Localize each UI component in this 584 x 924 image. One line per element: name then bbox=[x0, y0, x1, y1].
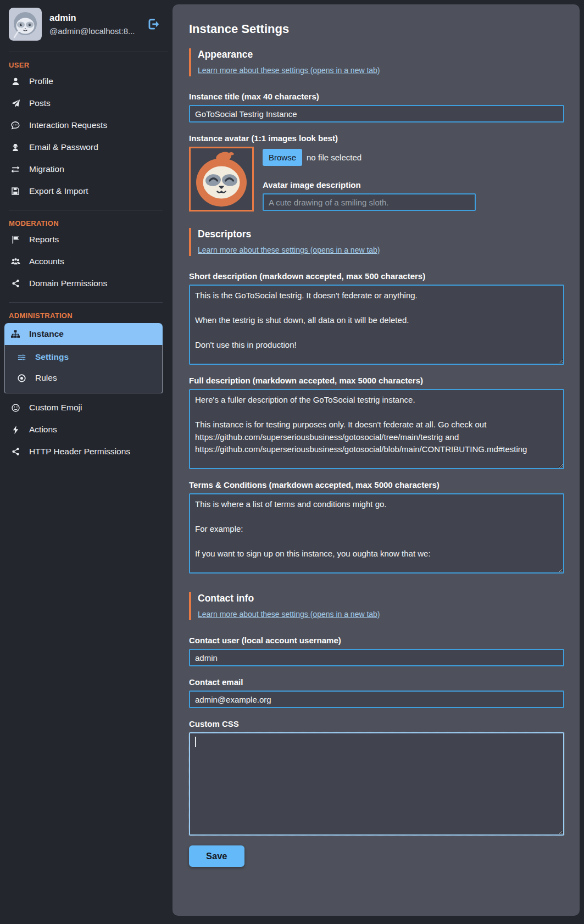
sidebar-item-label: Accounts bbox=[29, 257, 64, 266]
sidebar-item-label: Interaction Requests bbox=[29, 120, 107, 130]
sidebar-item-label: HTTP Header Permissions bbox=[29, 447, 130, 457]
user-secret-icon bbox=[10, 143, 21, 152]
divider bbox=[9, 210, 163, 210]
save-button[interactable]: Save bbox=[189, 845, 244, 867]
terms-field: Terms & Conditions (markdown accepted, m… bbox=[189, 480, 564, 574]
full-description-label: Full description (markdown accepted, max… bbox=[189, 376, 564, 385]
sidebar-subitem-settings[interactable]: Settings bbox=[12, 347, 162, 368]
comment-dots-icon bbox=[10, 120, 21, 130]
sliders-icon bbox=[16, 353, 27, 361]
sidebar-item-http-header-permissions[interactable]: HTTP Header Permissions bbox=[9, 441, 168, 463]
contact-user-label: Contact user (local account username) bbox=[189, 636, 564, 645]
instance-avatar-field: Instance avatar (1:1 images look best) B… bbox=[189, 133, 564, 211]
page-title: Instance Settings bbox=[189, 22, 564, 36]
avatar-description-input[interactable] bbox=[263, 193, 476, 211]
user-meta: admin @admin@localhost:8... bbox=[49, 13, 135, 36]
contact-email-field: Contact email bbox=[189, 677, 564, 708]
sidebar-section-administration: ADMINISTRATION bbox=[9, 311, 168, 320]
terms-label: Terms & Conditions (markdown accepted, m… bbox=[189, 480, 564, 489]
custom-css-textarea[interactable] bbox=[189, 732, 564, 836]
divider bbox=[9, 302, 163, 303]
sidebar-item-interaction-requests[interactable]: Interaction Requests bbox=[9, 114, 168, 136]
contact-email-label: Contact email bbox=[189, 677, 564, 687]
sidebar-section-user: USER bbox=[9, 61, 168, 69]
avatar-description-label: Avatar image description bbox=[263, 180, 564, 190]
instance-title-label: Instance title (max 40 characters) bbox=[189, 92, 564, 101]
sidebar-item-label: Instance bbox=[29, 329, 64, 339]
paper-plane-icon bbox=[10, 99, 21, 108]
circle-dot-icon bbox=[16, 374, 27, 383]
custom-css-label: Custom CSS bbox=[189, 719, 564, 728]
sidebar: admin @admin@localhost:8... USER Profile… bbox=[0, 0, 168, 924]
sidebar-item-label: Export & Import bbox=[29, 186, 88, 196]
user-name: admin bbox=[49, 13, 135, 23]
share-nodes-icon bbox=[10, 279, 21, 288]
contact-email-input[interactable] bbox=[189, 691, 564, 708]
user-card: admin @admin@localhost:8... bbox=[9, 8, 168, 52]
instance-group: Instance Settings Rules bbox=[4, 323, 163, 393]
contact-learn-more-link[interactable]: Learn more about these settings (opens i… bbox=[198, 610, 380, 619]
sidebar-item-custom-emoji[interactable]: Custom Emoji bbox=[9, 397, 168, 419]
sidebar-item-migration[interactable]: Migration bbox=[9, 158, 168, 180]
sidebar-item-label: Reports bbox=[29, 235, 59, 244]
sidebar-item-actions[interactable]: Actions bbox=[9, 419, 168, 441]
file-status-text: no file selected bbox=[307, 153, 361, 162]
instance-settings-panel: Instance Settings Appearance Learn more … bbox=[173, 4, 580, 916]
sidebar-item-label: Rules bbox=[35, 373, 57, 383]
sidebar-item-instance[interactable]: Instance bbox=[4, 323, 163, 345]
sidebar-item-export-import[interactable]: Export & Import bbox=[9, 180, 168, 202]
sidebar-item-label: Actions bbox=[29, 425, 57, 435]
sidebar-item-posts[interactable]: Posts bbox=[9, 92, 168, 114]
appearance-section-header: Appearance Learn more about these settin… bbox=[189, 48, 564, 76]
contact-user-field: Contact user (local account username) bbox=[189, 636, 564, 666]
smile-icon bbox=[10, 403, 21, 413]
full-description-textarea[interactable]: Here's a fuller description of the GoToS… bbox=[189, 389, 564, 469]
sidebar-item-label: Profile bbox=[29, 76, 53, 86]
floppy-disk-icon bbox=[10, 187, 21, 196]
sidebar-section-moderation: MODERATION bbox=[9, 219, 168, 227]
contact-title: Contact info bbox=[198, 593, 564, 604]
user-icon bbox=[10, 77, 21, 86]
sidebar-item-domain-permissions[interactable]: Domain Permissions bbox=[9, 272, 168, 294]
sidebar-item-label: Domain Permissions bbox=[29, 279, 107, 288]
right-left-arrows-icon bbox=[10, 165, 21, 174]
instance-avatar-image bbox=[189, 147, 254, 211]
instance-submenu: Settings Rules bbox=[4, 345, 163, 393]
sidebar-item-reports[interactable]: Reports bbox=[9, 229, 168, 251]
user-handle: @admin@localhost:8... bbox=[49, 26, 135, 36]
sidebar-item-label: Settings bbox=[35, 352, 69, 362]
sign-out-icon[interactable] bbox=[146, 17, 160, 31]
users-icon bbox=[10, 257, 21, 266]
full-description-field: Full description (markdown accepted, max… bbox=[189, 376, 564, 469]
instance-avatar-label: Instance avatar (1:1 images look best) bbox=[189, 133, 564, 143]
flag-icon bbox=[10, 235, 21, 244]
short-description-label: Short description (markdown accepted, ma… bbox=[189, 271, 564, 281]
descriptors-title: Descriptors bbox=[198, 229, 564, 240]
appearance-title: Appearance bbox=[198, 49, 564, 60]
sitemap-icon bbox=[10, 330, 21, 338]
sidebar-subitem-rules[interactable]: Rules bbox=[12, 368, 162, 388]
contact-section-header: Contact info Learn more about these sett… bbox=[189, 592, 564, 620]
descriptors-section-header: Descriptors Learn more about these setti… bbox=[189, 228, 564, 256]
sloth-avatar-gray-icon bbox=[9, 8, 42, 41]
sidebar-item-profile[interactable]: Profile bbox=[9, 70, 168, 92]
sidebar-item-label: Custom Emoji bbox=[29, 403, 82, 413]
sidebar-item-email-password[interactable]: Email & Password bbox=[9, 136, 168, 158]
short-description-field: Short description (markdown accepted, ma… bbox=[189, 271, 564, 365]
sidebar-item-label: Posts bbox=[29, 98, 51, 108]
custom-css-field: Custom CSS bbox=[189, 719, 564, 836]
share-nodes-icon bbox=[10, 447, 21, 456]
terms-textarea[interactable]: This is where a list of terms and condit… bbox=[189, 493, 564, 574]
instance-title-input[interactable] bbox=[189, 105, 564, 123]
short-description-textarea[interactable]: This is the GoToSocial testrig. It doesn… bbox=[189, 285, 564, 365]
contact-user-input[interactable] bbox=[189, 649, 564, 666]
sidebar-item-label: Migration bbox=[29, 164, 64, 174]
sidebar-item-label: Email & Password bbox=[29, 142, 98, 152]
instance-title-field: Instance title (max 40 characters) bbox=[189, 92, 564, 123]
text-cursor bbox=[195, 737, 196, 747]
descriptors-learn-more-link[interactable]: Learn more about these settings (opens i… bbox=[198, 246, 380, 254]
browse-button[interactable]: Browse bbox=[263, 149, 302, 166]
bolt-icon bbox=[10, 425, 21, 435]
sidebar-item-accounts[interactable]: Accounts bbox=[9, 251, 168, 272]
appearance-learn-more-link[interactable]: Learn more about these settings (opens i… bbox=[198, 66, 380, 75]
